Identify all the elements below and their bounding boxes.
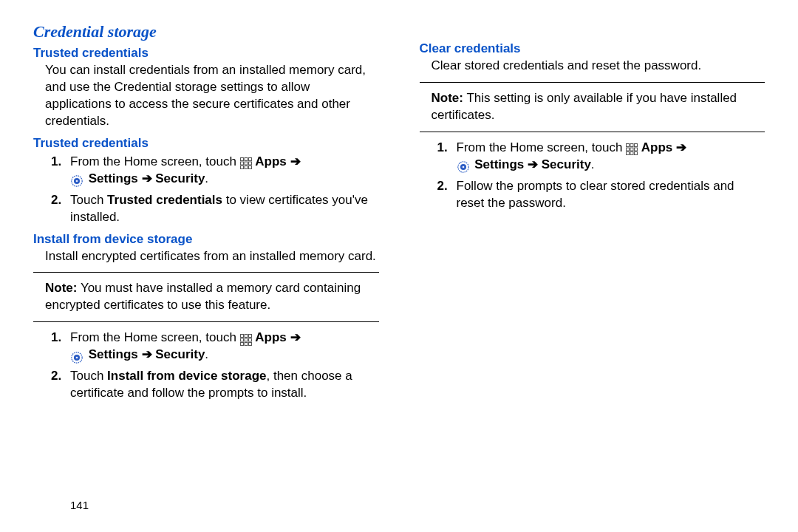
- step-number: 2.: [51, 368, 70, 402]
- right-column: Clear credentials Clear stored credentia…: [420, 22, 765, 408]
- note-label: Note:: [45, 281, 77, 295]
- step-number: 2.: [51, 192, 70, 226]
- gear-icon: [457, 160, 470, 174]
- trusted-credentials-intro-body: You can install credentials from an inst…: [45, 62, 379, 130]
- gear-icon: [70, 174, 83, 188]
- step-bold: Install from device storage: [107, 369, 266, 383]
- apps-icon: [240, 157, 252, 169]
- section-heading-credential-storage: Credential storage: [33, 22, 379, 41]
- arrow-icon: ➔: [528, 157, 538, 171]
- divider: [420, 132, 765, 132]
- note-text: This setting is only available if you ha…: [432, 91, 737, 122]
- apps-icon: [626, 143, 638, 155]
- step-body: From the Home screen, touch Apps ➔ Setti…: [70, 154, 379, 188]
- step-body: Touch Install from device storage, then …: [70, 368, 379, 402]
- step-body: From the Home screen, touch Apps ➔ Setti…: [457, 140, 765, 174]
- settings-label: Settings: [89, 347, 138, 361]
- step-bold: Trusted credentials: [107, 193, 222, 207]
- clear-body: Clear stored credentials and reset the p…: [432, 58, 765, 75]
- apps-label: Apps: [255, 330, 287, 344]
- step-number: 1.: [51, 154, 70, 188]
- step-body: Follow the prompts to clear stored crede…: [457, 178, 765, 212]
- step-number: 2.: [437, 178, 457, 212]
- step-body: Touch Trusted credentials to view certif…: [70, 192, 379, 226]
- step-text: Touch: [70, 193, 107, 207]
- security-label: Security: [542, 157, 591, 171]
- subheading-install-from-device-storage: Install from device storage: [33, 232, 379, 247]
- apps-label: Apps: [641, 140, 673, 154]
- note-text: You must have installed a memory card co…: [45, 281, 361, 312]
- subheading-trusted-credentials-intro: Trusted credentials: [33, 46, 379, 61]
- page-columns: Credential storage Trusted credentials Y…: [33, 22, 765, 408]
- apps-icon: [240, 334, 252, 346]
- trusted-credentials-steps: 1. From the Home screen, touch Apps ➔ Se…: [51, 154, 379, 226]
- divider: [33, 321, 379, 322]
- apps-label: Apps: [255, 154, 287, 168]
- step-number: 1.: [51, 330, 70, 364]
- arrow-icon: ➔: [142, 347, 152, 361]
- divider: [33, 272, 379, 273]
- install-body: Install encrypted certificates from an i…: [45, 248, 379, 265]
- security-label: Security: [155, 171, 205, 185]
- arrow-icon: ➔: [290, 330, 301, 344]
- clear-steps: 1. From the Home screen, touch Apps ➔ Se…: [437, 140, 765, 212]
- step-text: From the Home screen, touch: [457, 140, 627, 154]
- step-text: From the Home screen, touch: [70, 154, 240, 168]
- left-column: Credential storage Trusted credentials Y…: [33, 22, 379, 408]
- install-note: Note: You must have installed a memory c…: [45, 280, 379, 314]
- subheading-clear-credentials: Clear credentials: [420, 41, 765, 56]
- subheading-trusted-credentials-steps: Trusted credentials: [33, 136, 379, 151]
- page-number: 141: [70, 499, 89, 511]
- step-body: From the Home screen, touch Apps ➔ Setti…: [70, 330, 379, 364]
- install-steps: 1. From the Home screen, touch Apps ➔ Se…: [51, 330, 379, 402]
- security-label: Security: [155, 347, 205, 361]
- settings-label: Settings: [89, 171, 138, 185]
- arrow-icon: ➔: [676, 140, 686, 154]
- clear-note: Note: This setting is only available if …: [432, 90, 765, 124]
- step-text: From the Home screen, touch: [70, 330, 240, 344]
- step-text: Touch: [70, 369, 107, 383]
- settings-label: Settings: [474, 157, 524, 171]
- step-number: 1.: [437, 140, 457, 174]
- divider: [420, 82, 765, 83]
- gear-icon: [70, 351, 83, 364]
- arrow-icon: ➔: [290, 154, 301, 168]
- note-label: Note:: [432, 91, 463, 105]
- arrow-icon: ➔: [142, 171, 152, 185]
